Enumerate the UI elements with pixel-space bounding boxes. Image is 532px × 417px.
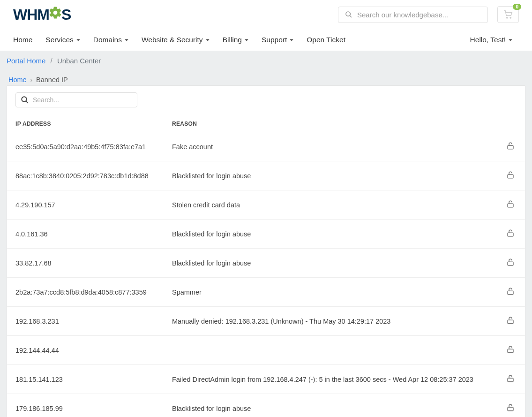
cell-ip: 4.29.190.157 — [7, 190, 164, 220]
table-row: 4.0.161.36Blacklisted for login abuse — [7, 220, 525, 249]
nav-home-label: Home — [13, 36, 32, 44]
table-row: 88ac:1c8b:3840:0205:2d92:783c:db1d:8d88B… — [7, 161, 525, 190]
nav-user-greeting[interactable]: Hello, Test! — [464, 29, 519, 51]
chevron-down-icon — [206, 39, 210, 41]
svg-rect-12 — [508, 320, 513, 324]
search-icon — [21, 96, 29, 104]
cell-ip: 192.168.3.231 — [7, 307, 164, 336]
nav-website-security-label: Website & Security — [142, 36, 203, 44]
nav-domains[interactable]: Domains — [87, 29, 135, 51]
unlock-icon — [506, 141, 515, 151]
main-nav: Home Services Domains Website & Security… — [0, 29, 532, 51]
cell-reason: Manually denied: 192.168.3.231 (Unknown)… — [164, 307, 496, 336]
breadcrumb-portal-home[interactable]: Portal Home — [7, 57, 45, 65]
unban-button[interactable] — [504, 314, 517, 328]
svg-rect-9 — [508, 233, 513, 236]
unlock-icon — [506, 199, 515, 209]
svg-rect-6 — [508, 145, 513, 149]
svg-line-1 — [350, 15, 352, 17]
cell-reason: Spammer — [164, 278, 496, 307]
unban-button[interactable] — [504, 343, 517, 357]
chevron-down-icon — [509, 39, 512, 41]
cell-ip: ee35:5d0a:5a90:d2aa:49b5:4f75:83fa:e7a1 — [7, 132, 164, 161]
svg-line-5 — [26, 101, 28, 103]
unlock-icon — [506, 345, 515, 354]
search-icon — [345, 11, 352, 18]
cell-ip: 179.186.185.99 — [7, 394, 164, 417]
svg-rect-14 — [508, 378, 513, 382]
unban-button[interactable] — [504, 197, 517, 212]
table-search[interactable] — [15, 92, 137, 107]
unlock-icon — [506, 258, 515, 267]
unban-button[interactable] — [504, 139, 517, 154]
gear-icon — [48, 6, 62, 20]
nav-home[interactable]: Home — [13, 29, 39, 51]
cell-reason: Blacklisted for login abuse — [164, 394, 496, 417]
nav-services[interactable]: Services — [39, 29, 86, 51]
knowledgebase-search[interactable] — [338, 7, 488, 23]
chevron-down-icon — [245, 39, 248, 41]
unlock-icon — [506, 228, 515, 238]
chevron-down-icon — [290, 39, 293, 41]
svg-rect-7 — [508, 174, 513, 178]
cell-ip: 181.15.141.123 — [7, 365, 164, 394]
nav-support-label: Support — [262, 36, 287, 44]
chevron-down-icon — [125, 39, 128, 41]
nav-support[interactable]: Support — [255, 29, 300, 51]
unban-button[interactable] — [504, 256, 517, 270]
nav-domains-label: Domains — [93, 36, 122, 44]
nav-billing[interactable]: Billing — [216, 29, 255, 51]
cell-ip: 2b2a:73a7:ccd8:5fb8:d9da:4058:c877:3359 — [7, 278, 164, 307]
col-header-action — [496, 116, 525, 132]
table-row: 2b2a:73a7:ccd8:5fb8:d9da:4058:c877:3359S… — [7, 278, 525, 307]
breadcrumb-current: Unban Center — [57, 57, 101, 65]
unban-button[interactable] — [504, 168, 517, 183]
table-row: 33.82.17.68Blacklisted for login abuse — [7, 249, 525, 278]
unban-button[interactable] — [504, 285, 517, 299]
col-header-reason[interactable]: Reason — [164, 116, 496, 132]
inner-breadcrumb: Home › Banned IP — [7, 70, 525, 85]
table-row: 192.144.44.44 — [7, 336, 525, 365]
unban-button[interactable] — [504, 372, 517, 387]
nav-billing-label: Billing — [223, 36, 242, 44]
cell-reason: Blacklisted for login abuse — [164, 249, 496, 278]
logo[interactable]: WHM S — [13, 6, 71, 23]
chevron-down-icon — [76, 39, 80, 41]
inner-breadcrumb-home[interactable]: Home — [8, 76, 27, 83]
cell-reason: Stolen credit card data — [164, 190, 496, 220]
chevron-right-icon: › — [30, 76, 32, 83]
nav-open-ticket-label: Open Ticket — [307, 36, 345, 44]
col-header-ip[interactable]: IP Address — [7, 116, 164, 132]
table-search-input[interactable] — [33, 96, 132, 104]
logo-text-post: S — [61, 6, 71, 23]
unlock-icon — [506, 374, 515, 383]
svg-point-3 — [510, 17, 511, 18]
nav-website-security[interactable]: Website & Security — [135, 29, 216, 51]
svg-rect-10 — [508, 262, 513, 265]
cell-reason: Failed DirectAdmin login from 192.168.4.… — [164, 365, 496, 394]
knowledgebase-search-input[interactable] — [357, 11, 481, 19]
svg-rect-13 — [508, 349, 513, 353]
cell-ip: 192.144.44.44 — [7, 336, 164, 365]
cell-reason — [164, 336, 496, 365]
unban-button[interactable] — [504, 401, 517, 416]
table-row: 192.168.3.231Manually denied: 192.168.3.… — [7, 307, 525, 336]
breadcrumb-separator: / — [51, 57, 52, 65]
nav-open-ticket[interactable]: Open Ticket — [300, 29, 352, 51]
unban-button[interactable] — [504, 227, 517, 241]
unlock-icon — [506, 403, 515, 412]
svg-rect-8 — [508, 204, 513, 207]
cart-button[interactable]: 0 — [497, 6, 519, 23]
cell-ip: 4.0.161.36 — [7, 220, 164, 249]
svg-point-2 — [507, 17, 508, 18]
unlock-icon — [506, 170, 515, 180]
nav-greeting-label: Hello, Test! — [470, 36, 506, 44]
cell-ip: 33.82.17.68 — [7, 249, 164, 278]
table-row: 181.15.141.123Failed DirectAdmin login f… — [7, 365, 525, 394]
table-row: 4.29.190.157Stolen credit card data — [7, 190, 525, 220]
table-row: 179.186.185.99Blacklisted for login abus… — [7, 394, 525, 417]
breadcrumb: Portal Home / Unban Center — [0, 51, 532, 70]
cart-icon — [503, 10, 513, 19]
search-row — [7, 86, 525, 116]
cell-reason: Blacklisted for login abuse — [164, 161, 496, 190]
